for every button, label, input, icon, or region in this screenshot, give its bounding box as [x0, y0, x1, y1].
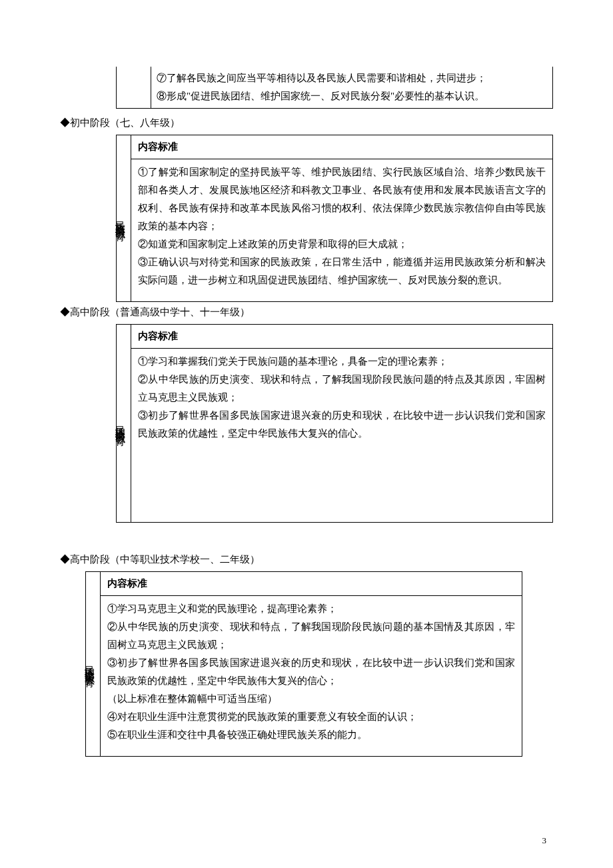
section1-box: 民族政策常识教育 内容标准 ①了解党和国家制定的坚持民族平等、维护民族团结、实行…: [116, 135, 553, 302]
section1-heading: ◆初中阶段（七、八年级）: [60, 114, 553, 132]
s2-item2: ②从中华民族的历史演变、现状和特点，了解我国现阶段民族问题的特点及其原因，牢固树…: [138, 371, 546, 407]
section1-header: 内容标准: [131, 135, 552, 159]
s1-item3: ③正确认识与对待党和国家的民族政策，在日常生活中，能遵循并运用民族政策分析和解决…: [138, 253, 546, 289]
section3-heading: ◆高中阶段（中等职业技术学校一、二年级）: [60, 551, 553, 569]
s3-item4: ④对在职业生涯中注意贯彻党的民族政策的重要意义有较全面的认识；: [107, 708, 515, 726]
s3-item5: ⑤在职业生涯和交往中具备较强正确处理民族关系的能力。: [107, 726, 515, 744]
section3-header: 内容标准: [101, 572, 522, 596]
section1-inner: 内容标准 ①了解党和国家制定的坚持民族平等、维护民族团结、实行民族区域自治、培养…: [131, 135, 552, 301]
section2-inner: 内容标准 ①学习和掌握我们党关于民族问题的基本理论，具备一定的理论素养； ②从中…: [131, 325, 552, 522]
s3-item3: ③初步了解世界各国多民族国家进退兴衰的历史和现状，在比较中进一步认识我们党和国家…: [107, 654, 515, 690]
s3-item2: ②从中华民族的历史演变、现状和特点，了解我国现阶段民族问题的基本国情及其原因，牢…: [107, 618, 515, 654]
top-box: ⑦了解各民族之间应当平等相待以及各民族人民需要和谐相处，共同进步； ⑧形成"促进…: [116, 67, 553, 109]
section3-box: 民族理论常识实教育 内容标准 ①学习马克思主义和党的民族理论，提高理论素养； ②…: [85, 571, 522, 757]
s1-item1: ①了解党和国家制定的坚持民族平等、维护民族团结、实行民族区域自治、培养少数民族干…: [138, 163, 546, 235]
section3-inner: 内容标准 ①学习马克思主义和党的民族理论，提高理论素养； ②从中华民族的历史演变…: [101, 572, 522, 756]
section2-label: 民族理论常识教育: [117, 325, 131, 522]
section3-label: 民族理论常识实教育: [86, 572, 101, 756]
top-content: ⑦了解各民族之间应当平等相待以及各民族人民需要和谐相处，共同进步； ⑧形成"促进…: [151, 67, 552, 108]
section2-header: 内容标准: [131, 325, 552, 349]
section2-body: ①学习和掌握我们党关于民族问题的基本理论，具备一定的理论素养； ②从中华民族的历…: [131, 349, 552, 522]
section1-label: 民族政策常识教育: [117, 135, 131, 301]
s3-item1: ①学习马克思主义和党的民族理论，提高理论素养；: [107, 600, 515, 618]
section1-body: ①了解党和国家制定的坚持民族平等、维护民族团结、实行民族区域自治、培养少数民族干…: [131, 159, 552, 301]
s1-item2: ②知道党和国家制定上述政策的历史背景和取得的巨大成就；: [138, 235, 546, 253]
section2-heading: ◆高中阶段（普通高级中学十、十一年级）: [60, 303, 553, 321]
spacing-gap: [60, 523, 553, 549]
item-7: ⑦了解各民族之间应当平等相待以及各民族人民需要和谐相处，共同进步；: [157, 69, 547, 87]
item-8: ⑧形成"促进民族团结、维护国家统一、反对民族分裂"必要性的基本认识。: [157, 87, 547, 105]
s2-item3: ③初步了解世界各国多民族国家进退兴衰的历史和现状，在比较中进一步认识我们党和国家…: [138, 407, 546, 443]
s2-item1: ①学习和掌握我们党关于民族问题的基本理论，具备一定的理论素养；: [138, 353, 546, 371]
section3-body: ①学习马克思主义和党的民族理论，提高理论素养； ②从中华民族的历史演变、现状和特…: [101, 596, 522, 756]
section2-box: 民族理论常识教育 内容标准 ①学习和掌握我们党关于民族问题的基本理论，具备一定的…: [116, 324, 553, 523]
top-continuation-block: ⑦了解各民族之间应当平等相待以及各民族人民需要和谐相处，共同进步； ⑧形成"促进…: [60, 67, 553, 109]
s3-note: （以上标准在整体篇幅中可适当压缩）: [107, 690, 515, 708]
top-empty-cell: [117, 67, 151, 108]
